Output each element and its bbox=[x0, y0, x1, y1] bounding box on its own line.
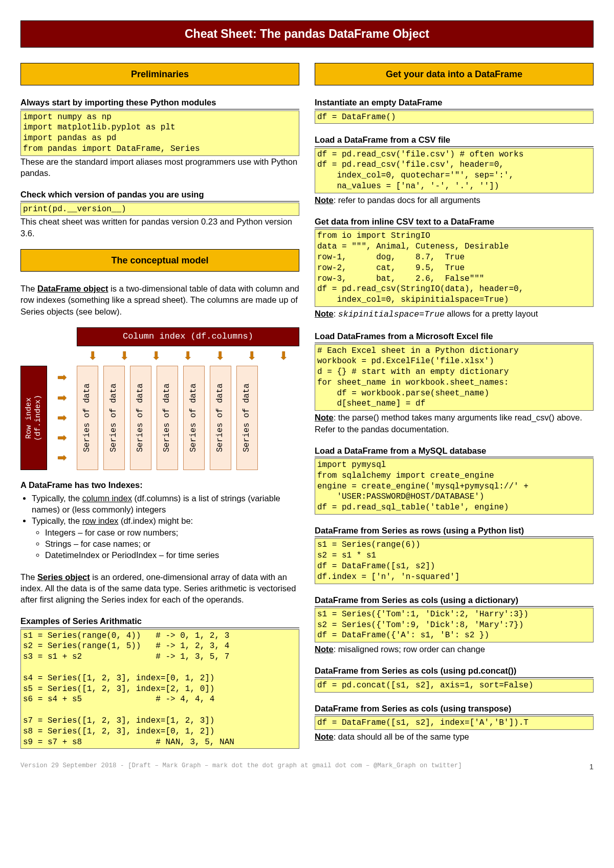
down-arrow-icon: ⬇ bbox=[183, 348, 192, 364]
subheading: Load a DataFrame from a CSV file bbox=[315, 134, 594, 146]
subheading-indexes: A DataFrame has two Indexes: bbox=[20, 479, 299, 491]
section-conceptual-model: The conceptual model bbox=[20, 249, 299, 272]
right-arrow-icon: ➡ bbox=[57, 390, 67, 406]
subheading: Check which version of pandas you are us… bbox=[20, 189, 299, 201]
block-series-desc: The Series object is an ordered, one-dim… bbox=[20, 571, 299, 606]
term-series: Series object bbox=[37, 572, 90, 582]
page-title: Cheat Sheet: The pandas DataFrame Object bbox=[20, 20, 594, 48]
code-series-rows: s1 = Series(range(6)) s2 = s1 * s1 df = … bbox=[315, 538, 594, 584]
diagram-right-arrows: ➡ ➡ ➡ ➡ ➡ bbox=[47, 366, 77, 470]
code-imports: import numpy as np import matplotlib.pyp… bbox=[20, 110, 299, 156]
note: Note: skipinitialspace=True allows for a… bbox=[315, 308, 594, 320]
footer: Version 29 September 2018 - [Draft – Mar… bbox=[20, 762, 594, 772]
right-arrow-icon: ➡ bbox=[57, 430, 67, 446]
subheading: DataFrame from Series as cols (using pd.… bbox=[315, 665, 594, 677]
down-arrow-icon: ⬇ bbox=[151, 348, 161, 364]
subheading: Load DataFrames from a Microsoft Excel f… bbox=[315, 330, 594, 343]
diagram-series-row: Series of data Series of data Series of … bbox=[77, 366, 258, 470]
list-item: Typically, the column index (df.columns)… bbox=[32, 493, 299, 516]
footer-text: Version 29 September 2018 - [Draft – Mar… bbox=[20, 762, 462, 772]
right-arrow-icon: ➡ bbox=[57, 410, 67, 426]
version-note: This cheat sheet was written for pandas … bbox=[20, 216, 299, 239]
diagram-series-col: Series of data bbox=[183, 366, 205, 470]
diagram-down-arrows: ⬇ ⬇ ⬇ ⬇ ⬇ ⬇ ⬇ bbox=[77, 348, 299, 364]
diagram-row-header: Row index (df.index) bbox=[20, 366, 47, 470]
diagram-series-col: Series of data bbox=[103, 366, 125, 470]
block-imports: Always start by importing these Python m… bbox=[20, 97, 299, 179]
block-inline-csv: Get data from inline CSV text to a DataF… bbox=[315, 216, 594, 320]
block-indexes: A DataFrame has two Indexes: Typically, … bbox=[20, 479, 299, 561]
note: Note: misaligned rows; row order can cha… bbox=[315, 643, 594, 655]
list-item: DatetimeIndex or PeriodIndex – for time … bbox=[45, 549, 299, 561]
diagram-column-header: Column index (df.columns) bbox=[77, 327, 299, 346]
index-list: Typically, the column index (df.columns)… bbox=[20, 493, 299, 561]
page-number: 1 bbox=[589, 762, 594, 772]
subheading: Load a DataFrame from a MySQL database bbox=[315, 445, 594, 457]
subheading: Get data from inline CSV text to a DataF… bbox=[315, 216, 594, 228]
subheading: Instantiate an empty DataFrame bbox=[315, 97, 594, 109]
block-version: Check which version of pandas you are us… bbox=[20, 189, 299, 239]
list-item: Integers – for case or row numbers; bbox=[45, 527, 299, 538]
block-excel: Load DataFrames from a Microsoft Excel f… bbox=[315, 330, 594, 435]
code-series-arithmetic: s1 = Series(range(0, 4)) # -> 0, 1, 2, 3… bbox=[20, 629, 299, 749]
diagram-series-col: Series of data bbox=[77, 366, 98, 470]
subheading: DataFrame from Series as cols (using a d… bbox=[315, 594, 594, 607]
diagram-series-col: Series of data bbox=[210, 366, 231, 470]
block-series-arithmetic: Examples of Series Arithmatic s1 = Serie… bbox=[20, 615, 299, 749]
left-column: Preliminaries Always start by importing … bbox=[20, 63, 299, 749]
block-series-dict: DataFrame from Series as cols (using a d… bbox=[315, 594, 594, 655]
list-item: Typically, the row index (df.index) migh… bbox=[32, 515, 299, 561]
block-concat: DataFrame from Series as cols (using pd.… bbox=[315, 665, 594, 692]
code-empty-df: df = DataFrame() bbox=[315, 110, 594, 124]
code-version: print(pd.__version__) bbox=[20, 203, 299, 216]
block-csv: Load a DataFrame from a CSV file df = pd… bbox=[315, 134, 594, 206]
dataframe-diagram: Column index (df.columns) ⬇ ⬇ ⬇ ⬇ ⬇ ⬇ ⬇ … bbox=[20, 327, 299, 470]
text: The bbox=[20, 284, 37, 293]
term-dataframe: DataFrame object bbox=[37, 284, 108, 293]
diagram-series-col: Series of data bbox=[157, 366, 178, 470]
content-columns: Preliminaries Always start by importing … bbox=[20, 63, 594, 749]
subheading: Always start by importing these Python m… bbox=[20, 97, 299, 109]
diagram-series-col: Series of data bbox=[130, 366, 151, 470]
down-arrow-icon: ⬇ bbox=[247, 348, 256, 364]
block-empty-df: Instantiate an empty DataFrame df = Data… bbox=[315, 97, 594, 124]
down-arrow-icon: ⬇ bbox=[120, 348, 129, 364]
code-csv: df = pd.read_csv('file.csv') # often wor… bbox=[315, 148, 594, 193]
note: Note: data should all be of the same typ… bbox=[315, 731, 594, 742]
subheading: DataFrame from Series as rows (using a P… bbox=[315, 525, 594, 537]
right-arrow-icon: ➡ bbox=[57, 450, 67, 465]
note: Note: refer to pandas docs for all argum… bbox=[315, 194, 594, 206]
code-inline-csv: from io import StringIO data = """, Anim… bbox=[315, 229, 594, 307]
block-dataframe-desc: The DataFrame object is a two-dimensiona… bbox=[20, 283, 299, 317]
subheading: Examples of Series Arithmatic bbox=[20, 615, 299, 628]
down-arrow-icon: ⬇ bbox=[88, 348, 97, 364]
code-transpose: df = DataFrame([s1, s2], index=['A','B']… bbox=[315, 716, 594, 730]
down-arrow-icon: ⬇ bbox=[215, 348, 225, 364]
section-get-data: Get your data into a DataFrame bbox=[315, 63, 594, 85]
list-item: Strings – for case names; or bbox=[45, 538, 299, 549]
note: Note: the parse() method takes many argu… bbox=[315, 412, 594, 435]
down-arrow-icon: ⬇ bbox=[279, 348, 288, 364]
diagram-series-col: Series of data bbox=[236, 366, 258, 470]
right-arrow-icon: ➡ bbox=[57, 370, 67, 385]
code-mysql: import pymysql from sqlalchemy import cr… bbox=[315, 458, 594, 515]
subheading: DataFrame from Series as cols (using tra… bbox=[315, 703, 594, 715]
import-note: These are the standard import aliases mo… bbox=[20, 156, 299, 179]
block-series-rows: DataFrame from Series as rows (using a P… bbox=[315, 525, 594, 584]
code-concat: df = pd.concat([s1, s2], axis=1, sort=Fa… bbox=[315, 679, 594, 693]
section-preliminaries: Preliminaries bbox=[20, 63, 299, 85]
block-mysql: Load a DataFrame from a MySQL database i… bbox=[315, 445, 594, 515]
block-transpose: DataFrame from Series as cols (using tra… bbox=[315, 703, 594, 742]
right-column: Get your data into a DataFrame Instantia… bbox=[315, 63, 594, 749]
code-excel: # Each Excel sheet in a Python dictionar… bbox=[315, 344, 594, 411]
code-series-dict: s1 = Series({'Tom':1, 'Dick':2, 'Harry':… bbox=[315, 608, 594, 642]
